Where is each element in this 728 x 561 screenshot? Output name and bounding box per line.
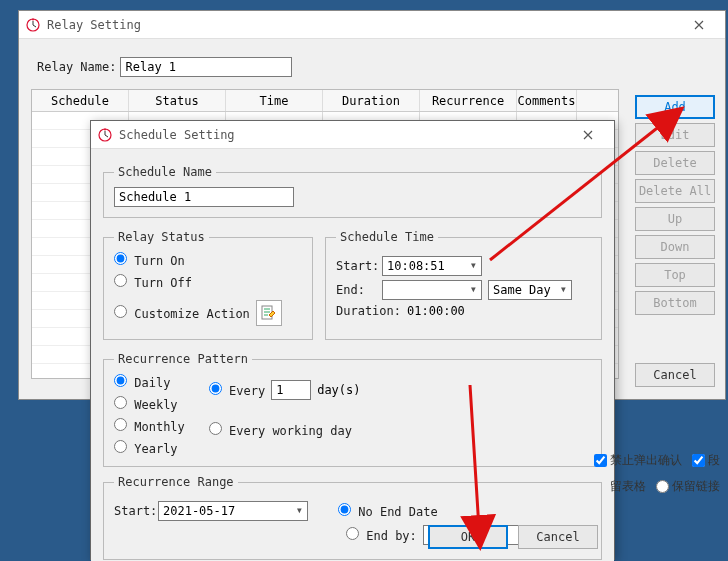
- every-n-unit: day(s): [317, 383, 360, 397]
- daily-radio[interactable]: Daily: [114, 374, 185, 390]
- clock-icon: [25, 17, 41, 33]
- range-start-input[interactable]: [158, 501, 308, 521]
- schedule-name-legend: Schedule Name: [114, 165, 216, 179]
- every-n-radio[interactable]: Every: [209, 382, 265, 398]
- up-button[interactable]: Up: [635, 207, 715, 231]
- schedule-time-legend: Schedule Time: [336, 230, 438, 244]
- bottom-button[interactable]: Bottom: [635, 291, 715, 315]
- recurrence-pattern-group: Recurrence Pattern Daily Weekly Monthly …: [103, 352, 602, 467]
- recurrence-pattern-legend: Recurrence Pattern: [114, 352, 252, 366]
- start-time-label: Start:: [336, 259, 376, 273]
- duration-label: Duration:: [336, 304, 401, 318]
- bg-checkbox[interactable]: [594, 454, 607, 467]
- customize-radio[interactable]: Customize Action: [114, 305, 250, 321]
- schedule-time-group: Schedule Time Start: End: Same Day Durat…: [325, 230, 602, 340]
- ok-button[interactable]: OK: [428, 525, 508, 549]
- delete-button[interactable]: Delete: [635, 151, 715, 175]
- th-duration[interactable]: Duration: [323, 90, 420, 111]
- bg-radio[interactable]: [656, 480, 669, 493]
- clock-icon: [97, 127, 113, 143]
- bg-checkbox[interactable]: [692, 454, 705, 467]
- close-icon[interactable]: [679, 14, 719, 36]
- relay-title: Relay Setting: [47, 18, 679, 32]
- th-comments[interactable]: Comments: [517, 90, 577, 111]
- yearly-radio[interactable]: Yearly: [114, 440, 185, 456]
- top-button[interactable]: Top: [635, 263, 715, 287]
- th-status[interactable]: Status: [129, 90, 226, 111]
- no-end-radio[interactable]: No End Date: [338, 503, 438, 519]
- dialog-cancel-button[interactable]: Cancel: [518, 525, 598, 549]
- edit-button[interactable]: Edit: [635, 123, 715, 147]
- side-buttons: Add Edit Delete Delete All Up Down Top B…: [635, 95, 715, 315]
- th-recurrence[interactable]: Recurrence: [420, 90, 517, 111]
- weekly-radio[interactable]: Weekly: [114, 396, 185, 412]
- add-button[interactable]: Add: [635, 95, 715, 119]
- end-by-radio[interactable]: End by:: [346, 527, 417, 543]
- turn-on-radio[interactable]: Turn On: [114, 252, 302, 268]
- background-row-1: 禁止弹出确认 段: [594, 452, 720, 469]
- svg-point-1: [32, 18, 34, 20]
- table-header: Schedule Status Time Duration Recurrence…: [32, 90, 618, 112]
- down-button[interactable]: Down: [635, 235, 715, 259]
- every-n-input[interactable]: [271, 380, 311, 400]
- end-time-input[interactable]: [382, 280, 482, 300]
- schedule-name-group: Schedule Name: [103, 165, 602, 218]
- close-icon[interactable]: [568, 124, 608, 146]
- background-row-2: 留表格 保留链接: [610, 478, 720, 495]
- range-start-label: Start:: [114, 504, 152, 518]
- customize-edit-icon[interactable]: [256, 300, 282, 326]
- relay-cancel-button[interactable]: Cancel: [635, 363, 715, 387]
- relay-name-input[interactable]: [120, 57, 292, 77]
- delete-all-button[interactable]: Delete All: [635, 179, 715, 203]
- end-time-label: End:: [336, 283, 376, 297]
- schedule-setting-dialog: Schedule Setting Schedule Name Relay Sta…: [90, 120, 615, 560]
- svg-point-3: [104, 128, 106, 130]
- relay-titlebar: Relay Setting: [19, 11, 725, 39]
- same-day-select[interactable]: Same Day: [488, 280, 572, 300]
- relay-status-group: Relay Status Turn On Turn Off Customize …: [103, 230, 313, 340]
- duration-value: 01:00:00: [407, 304, 465, 318]
- dialog-titlebar: Schedule Setting: [91, 121, 614, 149]
- th-time[interactable]: Time: [226, 90, 323, 111]
- monthly-radio[interactable]: Monthly: [114, 418, 185, 434]
- schedule-name-input[interactable]: [114, 187, 294, 207]
- dialog-title: Schedule Setting: [119, 128, 568, 142]
- start-time-input[interactable]: [382, 256, 482, 276]
- th-schedule[interactable]: Schedule: [32, 90, 129, 111]
- turn-off-radio[interactable]: Turn Off: [114, 274, 302, 290]
- relay-status-legend: Relay Status: [114, 230, 209, 244]
- dialog-content: Schedule Name Relay Status Turn On Turn …: [91, 149, 614, 561]
- relay-name-label: Relay Name:: [37, 60, 116, 74]
- every-working-radio[interactable]: Every working day: [209, 422, 361, 438]
- recurrence-range-legend: Recurrence Range: [114, 475, 238, 489]
